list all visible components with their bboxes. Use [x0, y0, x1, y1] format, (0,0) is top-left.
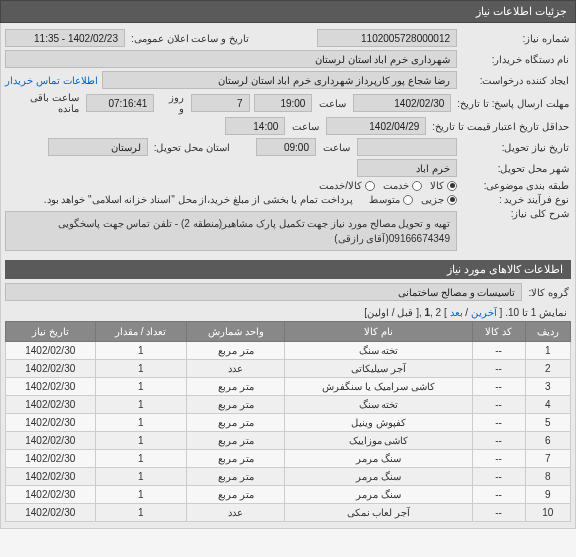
- delivery-date: [357, 138, 457, 156]
- radio-icon: [365, 181, 375, 191]
- table-row: 2--آجر سیلیکاتیعدد11402/02/30: [6, 360, 571, 378]
- cell-date: 1402/02/30: [6, 378, 96, 396]
- cell-code: --: [472, 468, 525, 486]
- radio-icon: [447, 195, 457, 205]
- req-no-value: 1102005728000012: [317, 29, 457, 47]
- cell-name: کاشی موزاییک: [285, 432, 472, 450]
- category-radios: کالا خدمت کالا/خدمت: [319, 180, 457, 191]
- purchase-type-label: نوع فرآیند خرید :: [461, 194, 571, 205]
- cell-name: تخته سنگ: [285, 396, 472, 414]
- items-table: ردیف کد کالا نام کالا واحد شمارش تعداد /…: [5, 321, 571, 522]
- col-unit: واحد شمارش: [186, 322, 284, 342]
- cell-n: 1: [525, 342, 570, 360]
- cell-name: تخته سنگ: [285, 342, 472, 360]
- cell-qty: 1: [95, 342, 186, 360]
- req-no-label: شماره نیاز:: [461, 33, 571, 44]
- province-label: استان محل تحویل:: [152, 142, 232, 153]
- details-panel: شماره نیاز: 1102005728000012 تاریخ و ساع…: [0, 23, 576, 529]
- cell-name: کاشی سرامیک یا سنگفرش: [285, 378, 472, 396]
- buyer-value: شهرداری خرم اباد استان لرستان: [5, 50, 457, 68]
- cell-unit: عدد: [186, 504, 284, 522]
- pager: نمایش 1 تا 10. [ آخرین / بعد ] 2 ,1 ,[ ق…: [5, 304, 571, 321]
- time-remain-label: ساعت باقی مانده: [5, 92, 82, 114]
- cell-name: سنگ مرمر: [285, 450, 472, 468]
- table-row: 9--سنگ مرمرمتر مربع11402/02/30: [6, 486, 571, 504]
- cell-n: 8: [525, 468, 570, 486]
- table-header-row: ردیف کد کالا نام کالا واحد شمارش تعداد /…: [6, 322, 571, 342]
- validity-label: حداقل تاریخ اعتبار قیمت تا تاریخ:: [430, 121, 571, 132]
- cell-qty: 1: [95, 468, 186, 486]
- desc-label: شرح کلی نیاز:: [461, 208, 571, 219]
- radio-icon: [412, 181, 422, 191]
- col-code: کد کالا: [472, 322, 525, 342]
- cell-code: --: [472, 342, 525, 360]
- cell-unit: متر مربع: [186, 486, 284, 504]
- cell-qty: 1: [95, 414, 186, 432]
- cell-date: 1402/02/30: [6, 342, 96, 360]
- pager-next[interactable]: بعد: [450, 307, 463, 318]
- pager-last[interactable]: آخرین: [471, 307, 497, 318]
- cell-qty: 1: [95, 378, 186, 396]
- cell-date: 1402/02/30: [6, 414, 96, 432]
- cell-qty: 1: [95, 486, 186, 504]
- cat-radio-service[interactable]: خدمت: [383, 180, 422, 191]
- requester-value: رضا شجاع پور کارپرداز شهرداری خرم اباد ا…: [102, 71, 457, 89]
- city-label: شهر محل تحویل:: [461, 163, 571, 174]
- cell-date: 1402/02/30: [6, 396, 96, 414]
- cell-unit: متر مربع: [186, 450, 284, 468]
- cell-date: 1402/02/30: [6, 360, 96, 378]
- table-row: 4--تخته سنگمتر مربع11402/02/30: [6, 396, 571, 414]
- announce-label: تاریخ و ساعت اعلان عمومی:: [129, 33, 251, 44]
- purchase-radio-minor[interactable]: جزیی: [421, 194, 457, 205]
- cell-code: --: [472, 360, 525, 378]
- panel-title: جزئیات اطلاعات نیاز: [0, 0, 576, 23]
- hour-label-1: ساعت: [316, 98, 349, 109]
- cell-unit: متر مربع: [186, 468, 284, 486]
- cell-code: --: [472, 378, 525, 396]
- cell-name: سنگ مرمر: [285, 486, 472, 504]
- col-date: تاریخ نیاز: [6, 322, 96, 342]
- hour-label-3: ساعت: [320, 142, 353, 153]
- desc-value: تهیه و تحویل مصالح مورد نیاز جهت تکمیل پ…: [5, 211, 457, 251]
- table-row: 1--تخته سنگمتر مربع11402/02/30: [6, 342, 571, 360]
- hour-label-2: ساعت: [289, 121, 322, 132]
- col-qty: تعداد / مقدار: [95, 322, 186, 342]
- time-remain: 07:16:41: [86, 94, 155, 112]
- delivery-date-label: تاریخ نیاز تحویل:: [461, 142, 571, 153]
- group-value: تاسیسات و مصالح ساختمانی: [5, 283, 522, 301]
- cell-unit: متر مربع: [186, 414, 284, 432]
- cell-qty: 1: [95, 360, 186, 378]
- cell-n: 6: [525, 432, 570, 450]
- radio-icon: [447, 181, 457, 191]
- cat-radio-both[interactable]: کالا/خدمت: [319, 180, 375, 191]
- table-row: 7--سنگ مرمرمتر مربع11402/02/30: [6, 450, 571, 468]
- table-row: 3--کاشی سرامیک یا سنگفرشمتر مربع11402/02…: [6, 378, 571, 396]
- cat-radio-goods[interactable]: کالا: [430, 180, 457, 191]
- contact-link[interactable]: اطلاعات تماس خریدار: [5, 75, 98, 86]
- cell-code: --: [472, 504, 525, 522]
- category-label: طبقه بندی موضوعی:: [461, 180, 571, 191]
- delivery-hour: 09:00: [256, 138, 316, 156]
- cell-qty: 1: [95, 450, 186, 468]
- days-remain: 7: [191, 94, 250, 112]
- requester-label: ایجاد کننده درخواست:: [461, 75, 571, 86]
- table-row: 5--کفپوش وینیلمتر مربع11402/02/30: [6, 414, 571, 432]
- cell-code: --: [472, 432, 525, 450]
- deadline-label: مهلت ارسال پاسخ: تا تاریخ:: [455, 98, 571, 109]
- cell-qty: 1: [95, 504, 186, 522]
- cell-date: 1402/02/30: [6, 450, 96, 468]
- purchase-radio-medium[interactable]: متوسط: [369, 194, 413, 205]
- table-row: 6--کاشی موزاییکمتر مربع11402/02/30: [6, 432, 571, 450]
- radio-icon: [403, 195, 413, 205]
- col-name: نام کالا: [285, 322, 472, 342]
- deadline-date: 1402/02/30: [353, 94, 451, 112]
- cell-code: --: [472, 450, 525, 468]
- group-label: گروه کالا:: [526, 287, 571, 298]
- cell-name: سنگ مرمر: [285, 468, 472, 486]
- cell-unit: عدد: [186, 360, 284, 378]
- validity-hour: 14:00: [225, 117, 285, 135]
- purchase-note: پرداخت تمام یا بخشی از مبلغ خرید،از محل …: [44, 194, 353, 205]
- buyer-label: نام دستگاه خریدار:: [461, 54, 571, 65]
- cell-code: --: [472, 414, 525, 432]
- table-row: 10--آجر لعاب نمکیعدد11402/02/30: [6, 504, 571, 522]
